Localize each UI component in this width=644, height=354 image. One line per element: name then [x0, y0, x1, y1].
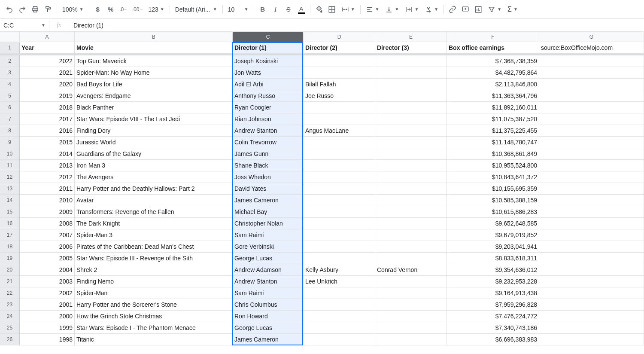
- cell-E12[interactable]: [375, 171, 447, 183]
- row-head-9[interactable]: 9: [0, 137, 20, 148]
- cell-G12[interactable]: [539, 171, 644, 183]
- cell-G3[interactable]: [539, 67, 644, 79]
- cell-E26[interactable]: [375, 334, 447, 345]
- cell-D5[interactable]: Joe Russo: [304, 90, 375, 102]
- cell-B24[interactable]: How the Grinch Stole Christmas: [75, 311, 233, 322]
- fill-color-button[interactable]: [313, 3, 325, 15]
- col-head-F[interactable]: F: [447, 32, 539, 42]
- row-head-14[interactable]: 14: [0, 195, 20, 206]
- cell-E23[interactable]: [375, 299, 447, 311]
- cell-G20[interactable]: [539, 264, 644, 276]
- row-head-24[interactable]: 24: [0, 311, 20, 322]
- cell-F10[interactable]: $10,368,861,849: [447, 148, 539, 160]
- cell-A19[interactable]: 2005: [20, 253, 75, 264]
- filter-button[interactable]: ▼: [485, 3, 504, 15]
- cell-F13[interactable]: $10,155,695,359: [447, 183, 539, 195]
- cell-B9[interactable]: Jurassic World: [75, 137, 233, 148]
- cell-C10[interactable]: James Gunn: [233, 148, 304, 160]
- horizontal-align-button[interactable]: ▼: [363, 3, 382, 15]
- row-head-3[interactable]: 3: [0, 67, 20, 79]
- italic-button[interactable]: I: [270, 3, 282, 15]
- row-head-5[interactable]: 5: [0, 90, 20, 102]
- cell-E22[interactable]: [375, 287, 447, 299]
- cell-A25[interactable]: 1999: [20, 322, 75, 334]
- cell-G4[interactable]: [539, 79, 644, 90]
- cell-B18[interactable]: Pirates of the Caribbean: Dead Man's Che…: [75, 241, 233, 253]
- cell-C14[interactable]: James Cameron: [233, 195, 304, 206]
- more-formats-picker[interactable]: 123▼: [146, 3, 167, 15]
- cell-A1[interactable]: Year: [20, 42, 75, 54]
- cell-E9[interactable]: [375, 137, 447, 148]
- vertical-align-button[interactable]: ▼: [383, 3, 401, 15]
- cell-G18[interactable]: [539, 241, 644, 253]
- cell-G14[interactable]: [539, 195, 644, 206]
- cell-D23[interactable]: [304, 299, 375, 311]
- row-head-22[interactable]: 22: [0, 287, 20, 299]
- col-head-C[interactable]: C: [233, 32, 304, 42]
- cell-A24[interactable]: 2000: [20, 311, 75, 322]
- row-head-1[interactable]: 1: [0, 42, 20, 54]
- cell-E3[interactable]: [375, 67, 447, 79]
- cell-A11[interactable]: 2013: [20, 160, 75, 171]
- cell-G13[interactable]: [539, 183, 644, 195]
- col-head-E[interactable]: E: [375, 32, 447, 42]
- cell-B12[interactable]: The Avengers: [75, 171, 233, 183]
- cell-A12[interactable]: 2012: [20, 171, 75, 183]
- cell-B1[interactable]: Movie: [75, 42, 233, 54]
- cell-D21[interactable]: Lee Unkrich: [304, 276, 375, 287]
- cell-D15[interactable]: [304, 206, 375, 218]
- row-head-20[interactable]: 20: [0, 264, 20, 276]
- cell-D1[interactable]: Director (2): [304, 42, 375, 54]
- cell-F19[interactable]: $8,833,618,311: [447, 253, 539, 264]
- insert-chart-button[interactable]: [472, 3, 484, 15]
- increase-decimal-button[interactable]: .00→: [131, 3, 145, 15]
- decrease-decimal-button[interactable]: .0←: [118, 3, 130, 15]
- cell-B2[interactable]: Top Gun: Maverick: [75, 55, 233, 67]
- cell-B3[interactable]: Spider-Man: No Way Home: [75, 67, 233, 79]
- cell-C26[interactable]: James Cameron: [233, 334, 304, 345]
- select-all-corner[interactable]: [0, 32, 20, 42]
- name-box[interactable]: C:C▼: [0, 19, 49, 31]
- cell-A9[interactable]: 2015: [20, 137, 75, 148]
- cell-B20[interactable]: Shrek 2: [75, 264, 233, 276]
- row-head-19[interactable]: 19: [0, 253, 20, 264]
- cell-E6[interactable]: [375, 102, 447, 113]
- cell-G10[interactable]: [539, 148, 644, 160]
- cell-D7[interactable]: [304, 113, 375, 125]
- cell-A3[interactable]: 2021: [20, 67, 75, 79]
- cell-C12[interactable]: Joss Whedon: [233, 171, 304, 183]
- cell-D19[interactable]: [304, 253, 375, 264]
- row-head-16[interactable]: 16: [0, 218, 20, 229]
- cell-F2[interactable]: $7,368,738,359: [447, 55, 539, 67]
- row-head-15[interactable]: 15: [0, 206, 20, 218]
- cell-F6[interactable]: $11,892,160,011: [447, 102, 539, 113]
- cell-B4[interactable]: Bad Boys for Life: [75, 79, 233, 90]
- cell-C2[interactable]: Joseph Kosinski: [233, 55, 304, 67]
- cell-G21[interactable]: [539, 276, 644, 287]
- cell-A4[interactable]: 2020: [20, 79, 75, 90]
- cell-D9[interactable]: [304, 137, 375, 148]
- cell-B14[interactable]: Avatar: [75, 195, 233, 206]
- cell-A5[interactable]: 2019: [20, 90, 75, 102]
- row-head-25[interactable]: 25: [0, 322, 20, 334]
- cell-F7[interactable]: $11,075,387,520: [447, 113, 539, 125]
- cell-E15[interactable]: [375, 206, 447, 218]
- cell-A23[interactable]: 2001: [20, 299, 75, 311]
- cell-C13[interactable]: David Yates: [233, 183, 304, 195]
- paint-format-button[interactable]: [42, 3, 54, 15]
- cell-F11[interactable]: $10,955,524,800: [447, 160, 539, 171]
- cell-C19[interactable]: George Lucas: [233, 253, 304, 264]
- cell-D26[interactable]: [304, 334, 375, 345]
- redo-button[interactable]: [16, 3, 28, 15]
- cell-E24[interactable]: [375, 311, 447, 322]
- cell-D3[interactable]: [304, 67, 375, 79]
- cell-B17[interactable]: Spider-Man 3: [75, 229, 233, 241]
- cell-A15[interactable]: 2009: [20, 206, 75, 218]
- cell-G8[interactable]: [539, 125, 644, 137]
- cell-C16[interactable]: Christopher Nolan: [233, 218, 304, 229]
- cell-E17[interactable]: [375, 229, 447, 241]
- cell-E7[interactable]: [375, 113, 447, 125]
- cell-F25[interactable]: $7,340,743,186: [447, 322, 539, 334]
- currency-button[interactable]: $: [92, 3, 104, 15]
- cell-A18[interactable]: 2006: [20, 241, 75, 253]
